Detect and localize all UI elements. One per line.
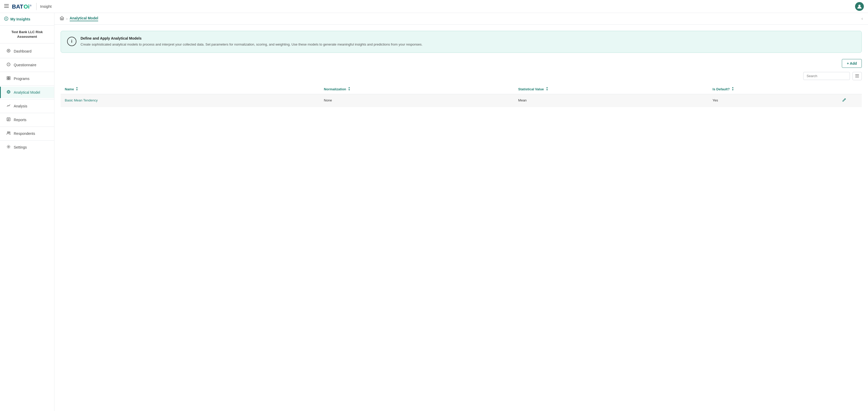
sidebar-item-label: Settings xyxy=(14,145,27,149)
svg-text:BAT: BAT xyxy=(12,3,23,10)
info-title: Define and Apply Analytical Models xyxy=(81,36,423,40)
svg-text:Oi: Oi xyxy=(24,3,30,10)
breadcrumb-separator: › xyxy=(66,16,68,21)
svg-point-28 xyxy=(8,146,9,147)
project-name: Test Bank LLC Risk Assessment xyxy=(0,26,54,43)
svg-point-6 xyxy=(859,5,861,7)
app-name-label: Insight xyxy=(40,4,52,8)
sidebar-item-label: Analytical Model xyxy=(14,90,40,95)
respondents-icon xyxy=(6,131,11,136)
questionnaire-icon: ? xyxy=(6,62,11,68)
analytical-model-icon xyxy=(6,90,11,95)
app-logo: BAT Oi ® xyxy=(12,3,33,10)
sidebar-item-label: Analysis xyxy=(14,104,27,108)
breadcrumb-current: Analytical Model xyxy=(70,16,98,21)
my-insights-link[interactable]: My Insights xyxy=(0,13,54,26)
svg-rect-13 xyxy=(9,77,10,78)
info-text: Define and Apply Analytical Models Creat… xyxy=(81,36,423,47)
sidebar-item-programs[interactable]: Programs xyxy=(0,73,54,84)
info-description: Create sophisticated analytical models t… xyxy=(81,42,423,47)
sidebar-item-label: Dashboard xyxy=(14,49,32,53)
sidebar-item-dashboard[interactable]: Dashboard xyxy=(0,45,54,57)
page-content: i Define and Apply Analytical Models Cre… xyxy=(54,25,868,411)
sidebar-item-reports[interactable]: Reports xyxy=(0,114,54,126)
column-header-is-default: Is Default? xyxy=(713,87,842,91)
svg-point-8 xyxy=(7,49,10,52)
list-view-button[interactable] xyxy=(852,72,862,80)
add-button[interactable]: + Add xyxy=(842,59,862,68)
column-header-actions xyxy=(842,87,858,91)
svg-rect-12 xyxy=(7,77,8,78)
sidebar-item-questionnaire[interactable]: ? Questionnaire xyxy=(0,59,54,71)
breadcrumb: › Analytical Model ‹ xyxy=(54,13,868,25)
info-icon: i xyxy=(67,37,76,46)
sidebar-item-respondents[interactable]: Respondents xyxy=(0,128,54,139)
svg-text:®: ® xyxy=(30,4,32,7)
sort-icon-is-default[interactable] xyxy=(731,87,734,91)
svg-rect-2 xyxy=(4,7,9,8)
hamburger-menu[interactable] xyxy=(4,4,9,8)
breadcrumb-home[interactable] xyxy=(60,16,64,21)
top-nav: BAT Oi ® Insight xyxy=(0,0,868,13)
column-header-normalization: Normalization xyxy=(324,87,518,91)
svg-rect-30 xyxy=(61,19,63,20)
row-name[interactable]: Basic Mean Tendency xyxy=(65,98,324,102)
sidebar-item-settings[interactable]: Settings xyxy=(0,142,54,153)
sidebar-item-analytical-model[interactable]: Analytical Model xyxy=(0,87,54,98)
table-header: Name Normalization xyxy=(61,84,862,94)
svg-point-17 xyxy=(8,91,9,93)
svg-point-27 xyxy=(9,132,10,133)
collapse-sidebar-icon[interactable]: ‹ xyxy=(862,16,863,21)
user-avatar[interactable] xyxy=(855,2,864,11)
sidebar-navigation: Dashboard ? Questionnaire xyxy=(0,43,54,155)
svg-rect-0 xyxy=(4,4,9,5)
search-input[interactable] xyxy=(803,72,850,80)
sort-icon-name[interactable] xyxy=(75,87,79,91)
edit-button[interactable] xyxy=(842,98,858,103)
analysis-icon xyxy=(6,104,11,109)
sidebar-item-label: Reports xyxy=(14,118,26,122)
sidebar-item-analysis[interactable]: Analysis xyxy=(0,100,54,112)
row-statistical-value: Mean xyxy=(518,98,713,102)
row-is-default: Yes xyxy=(713,98,842,102)
svg-point-26 xyxy=(7,132,9,133)
reports-icon xyxy=(6,117,11,123)
sidebar-item-label: Questionnaire xyxy=(14,63,36,67)
main-content: › Analytical Model ‹ i Define and Apply … xyxy=(54,13,868,411)
svg-point-9 xyxy=(8,50,9,51)
svg-text:?: ? xyxy=(8,63,9,66)
svg-rect-15 xyxy=(9,78,10,80)
dashboard-icon xyxy=(6,49,11,54)
toolbar: + Add xyxy=(61,59,862,68)
sidebar: My Insights Test Bank LLC Risk Assessmen… xyxy=(0,13,54,411)
column-header-name: Name xyxy=(65,87,324,91)
svg-rect-14 xyxy=(7,78,8,80)
table-row: Basic Mean Tendency None Mean Yes xyxy=(61,94,862,107)
programs-icon xyxy=(6,76,11,81)
sidebar-item-label: Respondents xyxy=(14,132,35,136)
info-banner: i Define and Apply Analytical Models Cre… xyxy=(61,31,862,53)
sidebar-item-label: Programs xyxy=(14,77,30,81)
analytical-models-table: Name Normalization xyxy=(61,84,862,107)
sort-icon-normalization[interactable] xyxy=(348,87,351,91)
arrow-left-icon xyxy=(4,16,8,22)
my-insights-label: My Insights xyxy=(10,17,30,21)
row-normalization: None xyxy=(324,98,518,102)
svg-point-7 xyxy=(4,17,8,21)
settings-icon xyxy=(6,145,11,150)
svg-rect-1 xyxy=(4,6,9,6)
column-header-statistical-value: Statistical Value xyxy=(518,87,713,91)
sort-icon-statistical-value[interactable] xyxy=(546,87,549,91)
search-row xyxy=(61,72,862,80)
